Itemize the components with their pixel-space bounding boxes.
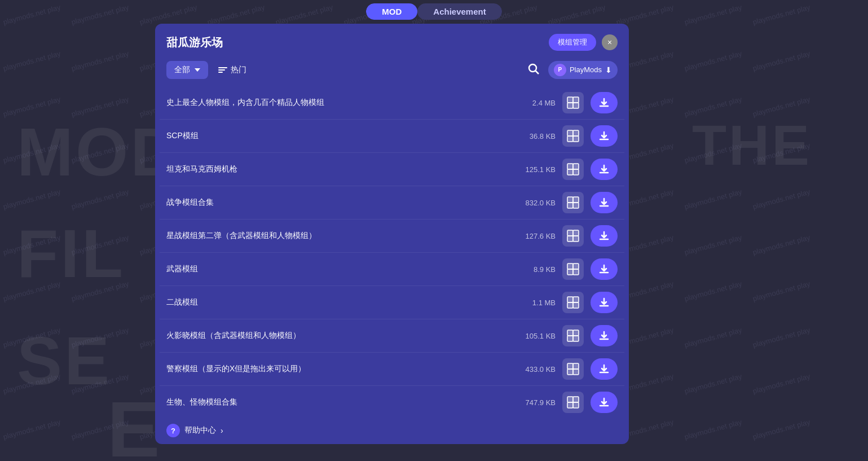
mod-size: 2.4 MB (510, 99, 556, 107)
mod-size: 433.0 KB (510, 365, 556, 374)
mod-size: 105.1 KB (510, 332, 556, 340)
download-icon (598, 197, 610, 208)
mod-preview-button[interactable] (562, 125, 584, 147)
svg-rect-23 (573, 269, 579, 275)
download-button[interactable] (591, 392, 618, 413)
svg-rect-31 (573, 336, 579, 341)
sort-icon (218, 67, 227, 73)
mod-size: 8.9 KB (510, 265, 556, 274)
download-button[interactable] (591, 92, 618, 113)
download-button[interactable] (591, 292, 618, 313)
mod-name: SCP模组 (166, 131, 504, 141)
svg-rect-38 (567, 397, 573, 402)
list-item: 火影晓模组（含武器模组和人物模组） 105.1 KB (160, 319, 624, 353)
mod-size: 832.0 KB (510, 199, 556, 207)
modal-title: 甜瓜游乐场 (166, 35, 223, 50)
preview-icon (567, 196, 579, 209)
toolbar: 全部 热门 P PlayMods ⬇ (155, 56, 629, 86)
filter-dropdown[interactable]: 全部 (166, 61, 208, 79)
preview-icon (567, 163, 579, 175)
svg-rect-39 (573, 402, 579, 408)
download-icon (598, 264, 610, 275)
top-tabs: MOD Achievement (0, 0, 868, 20)
list-item: 二战模组 1.1 MB (160, 286, 624, 319)
preview-icon (567, 330, 579, 342)
mod-name: 史上最全人物模组，内含几百个精品人物模组 (166, 98, 504, 108)
svg-rect-28 (567, 302, 573, 308)
svg-rect-32 (567, 336, 573, 341)
svg-rect-4 (567, 103, 573, 108)
mod-preview-button[interactable] (562, 358, 584, 380)
svg-rect-30 (567, 330, 573, 336)
download-button[interactable] (591, 325, 618, 346)
tab-pill: MOD Achievement (366, 3, 501, 20)
svg-rect-33 (573, 330, 579, 336)
svg-rect-6 (567, 130, 573, 136)
download-button[interactable] (591, 192, 618, 213)
sort-button[interactable]: 热门 (214, 61, 251, 79)
svg-rect-15 (573, 203, 579, 208)
search-button[interactable] (525, 60, 543, 80)
mod-preview-button[interactable] (562, 258, 584, 280)
mod-size: 36.8 KB (510, 132, 556, 141)
download-icon (598, 130, 610, 142)
preview-icon (567, 363, 579, 375)
svg-rect-27 (573, 302, 579, 308)
mod-size: 127.6 KB (510, 232, 556, 240)
svg-rect-13 (573, 164, 579, 169)
mod-name: 警察模组（显示的X但是拖出来可以用） (166, 364, 504, 374)
list-item: SCP模组 36.8 KB (160, 120, 624, 153)
download-button[interactable] (591, 258, 618, 280)
svg-rect-3 (573, 103, 579, 108)
svg-rect-29 (573, 297, 579, 302)
svg-rect-21 (573, 230, 579, 236)
mod-name: 星战模组第二弹（含武器模组和人物模组） (166, 231, 504, 241)
svg-rect-19 (573, 236, 579, 242)
svg-rect-10 (567, 164, 573, 169)
mod-list: 史上最全人物模组，内含几百个精品人物模组 2.4 MB SCP模组 36.8 K… (155, 86, 629, 417)
manage-button[interactable]: 模组管理 (549, 34, 596, 51)
list-item: 武器模组 8.9 KB (160, 253, 624, 286)
svg-rect-7 (573, 136, 579, 142)
mod-size: 1.1 MB (510, 298, 556, 307)
bg-text-se: SE (17, 322, 112, 399)
list-item: 坦克和马克西姆机枪 125.1 KB (160, 153, 624, 186)
list-item: 战争模组合集 832.0 KB (160, 186, 624, 219)
sort-label: 热门 (231, 65, 246, 75)
close-button[interactable]: × (602, 34, 618, 50)
download-icon (598, 164, 610, 175)
svg-rect-34 (567, 363, 573, 369)
svg-rect-25 (573, 264, 579, 269)
modal-footer: ? 帮助中心 › (155, 417, 629, 444)
tab-achievement[interactable]: Achievement (417, 3, 501, 20)
svg-rect-11 (573, 169, 579, 175)
download-button[interactable] (591, 358, 618, 380)
download-button[interactable] (591, 159, 618, 180)
mod-preview-button[interactable] (562, 392, 584, 413)
mod-name: 战争模组合集 (166, 197, 504, 208)
svg-line-1 (535, 71, 539, 74)
mod-preview-button[interactable] (562, 159, 584, 180)
download-icon (598, 363, 610, 375)
mod-preview-button[interactable] (562, 192, 584, 213)
mod-preview-button[interactable] (562, 225, 584, 247)
download-button[interactable] (591, 125, 618, 147)
tab-mod[interactable]: MOD (366, 3, 417, 20)
mod-preview-button[interactable] (562, 292, 584, 313)
help-label: 帮助中心 (184, 425, 216, 436)
svg-rect-40 (567, 402, 573, 408)
svg-rect-9 (573, 130, 579, 136)
svg-rect-14 (567, 197, 573, 203)
svg-rect-20 (567, 236, 573, 242)
playmods-download-icon: ⬇ (605, 65, 612, 74)
chevron-right-icon: › (221, 426, 223, 435)
svg-rect-2 (567, 97, 573, 103)
mod-size: 747.9 KB (510, 398, 556, 407)
mod-preview-button[interactable] (562, 92, 584, 113)
download-button[interactable] (591, 225, 618, 247)
bg-text-fil: FIL (17, 214, 125, 292)
svg-rect-41 (573, 397, 579, 402)
svg-rect-26 (567, 297, 573, 302)
mod-preview-button[interactable] (562, 325, 584, 346)
preview-icon (567, 296, 579, 309)
